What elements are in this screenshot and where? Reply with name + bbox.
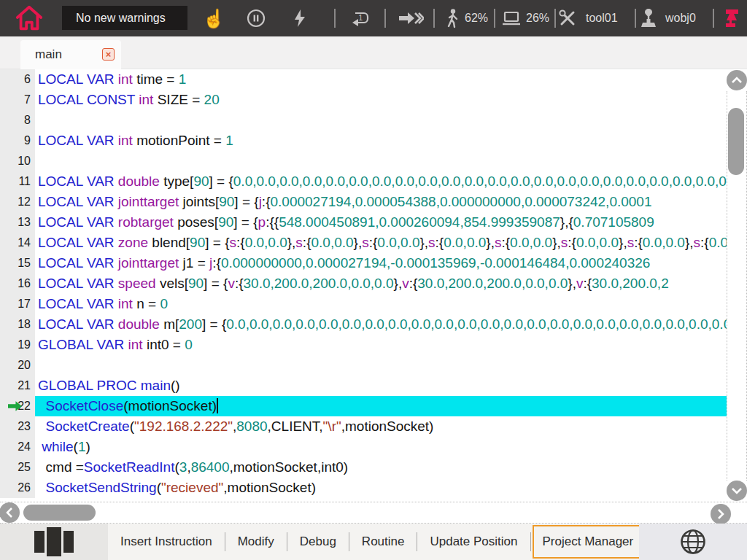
line-number: 25 xyxy=(0,457,35,478)
code-line[interactable]: 7LOCAL CONST int SIZE = 20 xyxy=(0,90,727,110)
line-number: 19 xyxy=(0,335,35,355)
code-line[interactable]: 25 cmd =SocketReadInt(3,86400,motionSock… xyxy=(0,457,727,478)
line-number: 24 xyxy=(0,437,35,457)
toolbar-item-insert-instruction[interactable]: Insert Instruction xyxy=(108,524,225,560)
code-line[interactable]: 9LOCAL VAR int motionPoint = 1 xyxy=(0,131,727,151)
code-line[interactable]: 24 while(1) xyxy=(0,437,727,457)
line-number: 7 xyxy=(0,90,35,110)
code-editor[interactable]: 6LOCAL VAR int time = 17LOCAL CONST int … xyxy=(0,69,747,502)
execution-pointer-icon xyxy=(8,401,22,411)
code-line[interactable]: 8 xyxy=(0,110,727,131)
chevron-down-icon xyxy=(732,487,742,494)
line-number: 17 xyxy=(0,294,35,314)
line-number: 23 xyxy=(0,416,35,437)
code-line[interactable]: 21GLOBAL PROC main() xyxy=(0,376,727,396)
keyboard-button[interactable] xyxy=(0,524,108,560)
load-value[interactable]: 26% xyxy=(526,0,549,36)
code-line[interactable]: 14LOCAL VAR zone blend[90] = {s:{0.0,0.0… xyxy=(0,233,727,253)
line-number: 20 xyxy=(0,355,35,376)
chevron-up-icon xyxy=(732,77,742,84)
tool-selector[interactable] xyxy=(558,0,577,36)
toolbar-item-debug[interactable]: Debug xyxy=(287,524,349,560)
code-line[interactable]: 19GLOBAL VAR int int0 = 0 xyxy=(0,335,727,355)
code-line[interactable]: 16LOCAL VAR speed vels[90] = {v:{30.0,20… xyxy=(0,273,727,294)
scroll-up-button[interactable] xyxy=(727,70,747,90)
lightning-icon xyxy=(292,9,308,28)
wobj-value[interactable]: wobj0 xyxy=(665,0,696,36)
pause-circle-icon xyxy=(247,9,266,28)
fast-forward-button[interactable] xyxy=(398,0,424,36)
line-number: 18 xyxy=(0,314,35,335)
scroll-left-button[interactable] xyxy=(0,502,20,523)
tab-title: main xyxy=(20,47,62,62)
code-line[interactable]: 10 xyxy=(0,151,727,171)
tool-value[interactable]: tool01 xyxy=(586,0,618,36)
toolbar-item-modify[interactable]: Modify xyxy=(225,524,287,560)
vertical-scrollbar[interactable] xyxy=(727,69,747,502)
code-line[interactable]: 15LOCAL VAR jointtarget j1 = j:{0.000000… xyxy=(0,253,727,273)
home-button[interactable] xyxy=(13,0,45,36)
pause-button[interactable] xyxy=(247,0,266,36)
code-line[interactable]: 13LOCAL VAR robtarget poses[90] = {p:{{5… xyxy=(0,212,727,233)
joystick-icon xyxy=(639,8,658,28)
speed-value[interactable]: 62% xyxy=(465,0,488,36)
code-line[interactable]: 17LOCAL VAR int n = 0 xyxy=(0,294,727,314)
vertical-scroll-thumb[interactable] xyxy=(728,108,744,175)
wobj-selector[interactable] xyxy=(639,0,658,36)
text-cursor xyxy=(217,398,218,413)
line-number: 14 xyxy=(0,233,35,253)
repeat-once-icon: 1 xyxy=(349,9,371,27)
line-number: 26 xyxy=(0,478,35,498)
chevron-right-icon xyxy=(717,509,724,519)
hand-pointer-icon: ☝ xyxy=(202,9,225,28)
toolbar-item-update-position[interactable]: Update Position xyxy=(417,524,530,560)
tools-icon xyxy=(558,9,577,28)
lightning-button[interactable] xyxy=(292,0,308,36)
scroll-down-button[interactable] xyxy=(727,481,747,501)
code-line[interactable]: 20 xyxy=(0,355,727,376)
topbar-divider xyxy=(334,9,336,28)
language-globe-icon xyxy=(679,528,707,556)
load-indicator[interactable] xyxy=(501,0,522,36)
top-status-bar: No new warnings ☝ 1 xyxy=(0,0,747,36)
tab-bar: main × xyxy=(0,36,747,69)
tab-main[interactable]: main × xyxy=(20,40,121,69)
code-line[interactable]: 11LOCAL VAR double type[90] = {0.0,0.0,0… xyxy=(0,171,727,192)
horizontal-scrollbar[interactable] xyxy=(0,502,747,524)
line-number: 21 xyxy=(0,376,35,396)
speed-indicator[interactable] xyxy=(443,0,462,36)
hand-pointer-button[interactable]: ☝ xyxy=(204,0,223,36)
repeat-once-button[interactable]: 1 xyxy=(349,0,371,36)
code-line[interactable]: 18LOCAL VAR double m[200] = {0.0,0.0,0.0… xyxy=(0,314,727,335)
line-number: 11 xyxy=(0,171,35,192)
line-number: 22 xyxy=(0,396,35,416)
code-lines[interactable]: 6LOCAL VAR int time = 17LOCAL CONST int … xyxy=(0,69,727,502)
home-icon xyxy=(14,4,44,33)
line-number: 12 xyxy=(0,192,35,212)
toolbar-items: Insert InstructionModifyDebugRoutineUpda… xyxy=(108,524,698,560)
warnings-box[interactable]: No new warnings xyxy=(62,6,187,30)
warnings-text: No new warnings xyxy=(62,12,166,25)
app-root: No new warnings ☝ 1 xyxy=(0,0,747,560)
code-line[interactable]: 6LOCAL VAR int time = 1 xyxy=(0,69,727,90)
toolbar-item-routine[interactable]: Routine xyxy=(349,524,417,560)
robot-logo-button[interactable] xyxy=(723,0,740,36)
code-line[interactable]: 12LOCAL VAR jointtarget joints[90] = {j:… xyxy=(0,192,727,212)
code-line[interactable]: 22 SocketClose(motionSocket) xyxy=(0,396,727,416)
line-number: 13 xyxy=(0,212,35,233)
topbar-divider xyxy=(384,9,386,28)
chevron-left-icon xyxy=(6,508,13,518)
code-line[interactable]: 23 SocketCreate("192.168.2.222",8080,CLI… xyxy=(0,416,727,437)
horizontal-scroll-thumb[interactable] xyxy=(23,505,96,521)
topbar-divider xyxy=(635,9,636,28)
toolbar-item-project-manager[interactable]: Project Manager xyxy=(533,525,644,559)
topbar-divider xyxy=(494,9,495,28)
scroll-right-button[interactable] xyxy=(711,504,731,524)
bottom-toolbar: Insert InstructionModifyDebugRoutineUpda… xyxy=(0,524,747,560)
line-number: 6 xyxy=(0,69,35,90)
line-number: 15 xyxy=(0,253,35,273)
topbar-divider xyxy=(554,9,556,28)
code-line[interactable]: 26 SocketSendString("recieved",motionSoc… xyxy=(0,478,727,498)
close-icon[interactable]: × xyxy=(102,48,115,61)
language-button[interactable] xyxy=(639,524,747,560)
